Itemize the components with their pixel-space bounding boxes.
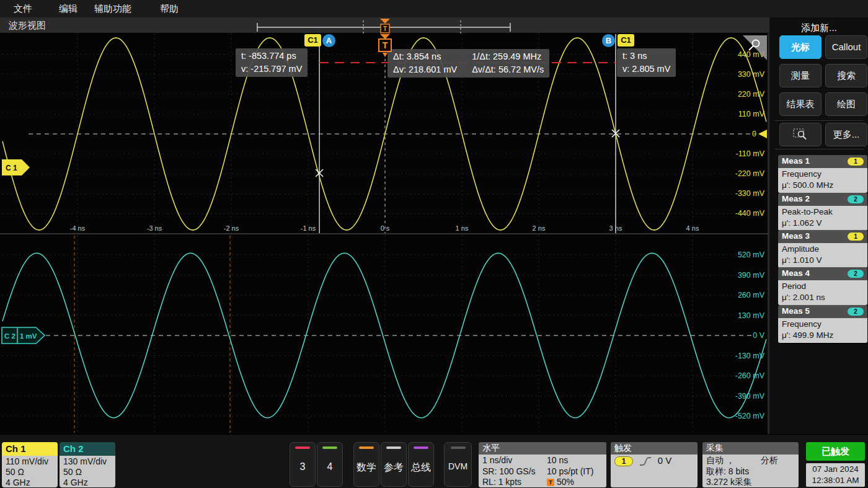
ch1-ground-level-badge[interactable]: C 1 [1, 159, 31, 176]
ch1-scale: 110 mV/div [6, 456, 54, 467]
cursor-b-source-badge[interactable]: C1 [618, 34, 634, 47]
search-button[interactable]: 搜索 [825, 64, 867, 87]
waveform-graticule[interactable]: -4 ns-3 ns-2 ns-1 ns0 s1 ns2 ns3 ns4 ns4… [0, 33, 769, 434]
acquisition-count: 3.272 k采集 [706, 477, 795, 487]
oscilloscope-app: 文件 编辑 辅助功能 帮助 波形视图 T -4 ns-3 ns-2 ns-1 n… [0, 0, 868, 488]
menu-item-help[interactable]: 帮助 [160, 3, 179, 15]
svg-text:-520 mV: -520 mV [735, 412, 765, 420]
menu-item-file[interactable]: 文件 [14, 3, 32, 15]
meas-2-card[interactable]: Meas 22 Peak-to-Peakμ': 1.062 V [778, 193, 867, 231]
cursor-a-badge[interactable]: A [322, 34, 335, 47]
trigger-panel[interactable]: 触发 1 0 V [611, 442, 698, 487]
cursor-a-source-badge[interactable]: C1 [304, 34, 321, 47]
ch2-badge[interactable]: Ch 2 130 mV/div 50 Ω 4 GHz [60, 442, 115, 487]
meas-1-source-badge: 1 [848, 157, 864, 166]
bus-button[interactable]: 总线 [408, 442, 434, 487]
cursor-delta-readout: Δt: 3.854 ns1/Δt: 259.49 MHz Δv: 218.601… [388, 49, 549, 78]
acquisition-panel[interactable]: 采集 自动 ，分析 取样: 8 bits 3.272 k采集 [702, 442, 799, 487]
svg-text:3 ns: 3 ns [609, 224, 622, 232]
rising-edge-icon [638, 456, 653, 467]
svg-text:-4 ns: -4 ns [70, 224, 86, 232]
trigger-position-arrow[interactable] [380, 19, 390, 24]
ch4-button[interactable]: 4 [317, 442, 343, 487]
cursor-button[interactable]: 光标 [779, 35, 822, 59]
svg-text:-110 mV: -110 mV [736, 149, 765, 158]
svg-text:220 mV: 220 mV [738, 90, 765, 99]
meas-5-type: Frequency [782, 319, 864, 330]
zoom-mode-button[interactable] [779, 123, 822, 146]
record-length: RL: 1 kpts [482, 477, 547, 487]
date-text: 07 Jan 2024 [806, 464, 865, 475]
math-button[interactable]: 数学 [353, 442, 379, 487]
ch2-scale: 130 mV/div [63, 456, 112, 467]
svg-text:C 2: C 2 [4, 332, 16, 340]
meas-3-source-badge: 1 [848, 233, 864, 241]
meas-4-source-badge: 2 [848, 270, 864, 278]
svg-text:-330 mV: -330 mV [735, 189, 765, 198]
callout-button[interactable]: Callout [825, 35, 867, 59]
horizontal-panel[interactable]: 水平 1 ns/div10 ns SR: 100 GS/s10 ps/pt (I… [479, 442, 606, 487]
horizontal-title: 水平 [479, 442, 606, 455]
time-text: 12:38:01 AM [806, 475, 865, 486]
timebase-ruler[interactable]: T [0, 17, 769, 33]
trigger-status-button[interactable]: 已触发 [806, 442, 865, 461]
svg-text:330 mV: 330 mV [738, 70, 765, 79]
svg-text:-2 ns: -2 ns [224, 224, 239, 232]
svg-text:130 mV: 130 mV [738, 311, 765, 320]
ch2-ground-level-badge[interactable]: C 2 1 mV [1, 327, 47, 344]
bottom-bar: Ch 1 110 mV/div 50 Ω 4 GHz Ch 2 130 mV/d… [0, 434, 868, 488]
meas-1-value: μ': 500.0 MHz [782, 180, 864, 191]
trigger-position-icon: T [547, 479, 554, 486]
meas-4-value: μ': 2.001 ns [782, 292, 864, 303]
meas-2-title: Meas 2 [782, 194, 810, 203]
svg-text:0 V: 0 V [753, 331, 764, 340]
measure-button[interactable]: 测量 [779, 64, 822, 87]
ref-button[interactable]: 参考 [381, 442, 407, 487]
acquisition-analysis: 分析 [761, 455, 778, 465]
trigger-t-icon: T [383, 40, 388, 50]
more-button[interactable]: 更多... [825, 123, 867, 146]
svg-text:-1 ns: -1 ns [301, 224, 316, 232]
ch2-label: Ch 2 [60, 442, 115, 456]
zoom-corner-icon[interactable] [743, 35, 768, 61]
waveform-display[interactable]: -4 ns-3 ns-2 ns-1 ns0 s1 ns2 ns3 ns4 ns4… [0, 33, 769, 434]
svg-text:-260 mV: -260 mV [735, 371, 765, 380]
trigger-source-badge: 1 [614, 456, 633, 466]
svg-text:C 1: C 1 [6, 164, 17, 172]
meas-5-source-badge: 2 [848, 308, 864, 316]
meas-5-card[interactable]: Meas 52 Frequencyμ': 499.9 MHz [778, 305, 867, 343]
ch1-badge[interactable]: Ch 1 110 mV/div 50 Ω 4 GHz [2, 442, 58, 487]
trigger-marker[interactable]: T [377, 33, 393, 58]
meas-5-value: μ': 499.9 MHz [782, 330, 864, 341]
cursor-a-readout: t: -853.774 ps v: -215.797 mV [236, 48, 308, 77]
ch3-button[interactable]: 3 [290, 442, 316, 487]
meas-1-card[interactable]: Meas 11 Frequencyμ': 500.0 MHz [778, 155, 867, 193]
svg-text:110 mV: 110 mV [738, 110, 765, 118]
svg-text:-440 mV: -440 mV [735, 209, 765, 218]
svg-text:1 mV: 1 mV [20, 332, 37, 340]
meas-2-type: Peak-to-Peak [782, 206, 864, 218]
meas-4-card[interactable]: Meas 42 Periodμ': 2.001 ns [778, 267, 867, 305]
dvm-button[interactable]: DVM [444, 442, 472, 487]
meas-4-title: Meas 4 [782, 268, 810, 278]
plot-button[interactable]: 绘图 [825, 92, 867, 116]
add-new-header: 添加新... [769, 22, 868, 34]
horizontal-window: 10 ns [547, 455, 568, 465]
meas-1-type: Frequency [782, 169, 864, 180]
menu-item-edit[interactable]: 编辑 [59, 3, 78, 15]
results-table-button[interactable]: 结果表 [779, 92, 822, 116]
sample-resolution: 10 ps/pt (IT) [547, 466, 593, 476]
trigger-ruler-t-icon[interactable]: T [383, 25, 387, 32]
menu-item-accessibility[interactable]: 辅助功能 [94, 3, 131, 15]
meas-2-source-badge: 2 [848, 195, 864, 203]
trigger-level: 0 V [658, 455, 672, 466]
svg-text:0: 0 [752, 130, 756, 138]
meas-2-value: μ': 1.062 V [782, 218, 864, 229]
svg-text:0 s: 0 s [381, 224, 390, 232]
svg-text:-3 ns: -3 ns [147, 224, 162, 232]
meas-3-card[interactable]: Meas 31 Amplitudeμ': 1.010 V [778, 230, 867, 268]
datetime-display: 07 Jan 2024 12:38:01 AM [806, 463, 865, 487]
ch1-label: Ch 1 [2, 442, 58, 456]
cursor-b-badge[interactable]: B [602, 34, 615, 47]
acquisition-title: 采集 [702, 442, 799, 455]
